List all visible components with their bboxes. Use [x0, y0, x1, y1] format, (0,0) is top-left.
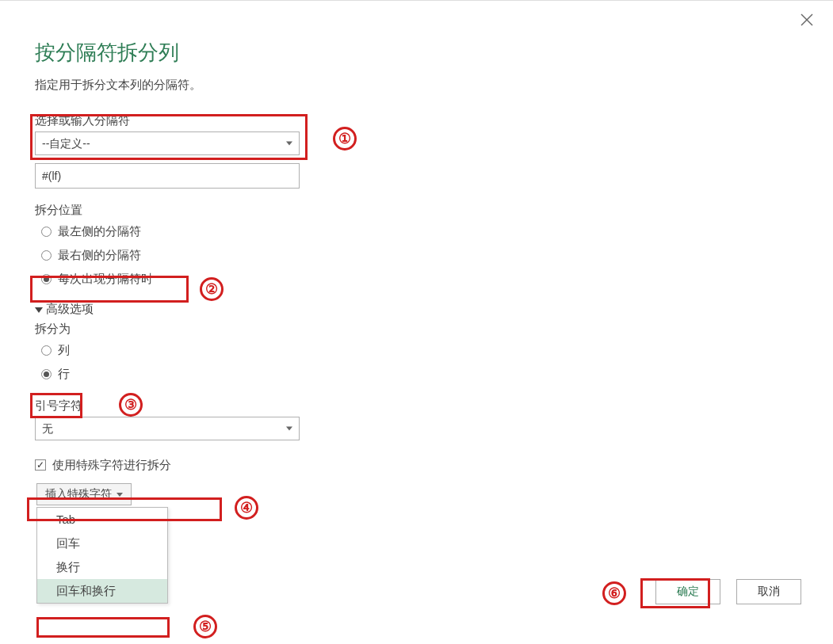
quote-select[interactable]: 无: [35, 417, 300, 440]
split-into-rows-label: 行: [58, 364, 70, 384]
quote-selected: 无: [42, 422, 53, 435]
delimiter-label: 选择或输入分隔符: [35, 113, 798, 128]
close-button[interactable]: [800, 13, 816, 29]
delimiter-custom-input[interactable]: [35, 163, 300, 189]
split-column-dialog: 按分隔符拆分列 指定用于拆分文本列的分隔符。 选择或输入分隔符 --自定义-- …: [0, 0, 833, 644]
radio-icon: [41, 274, 52, 284]
radio-icon: [41, 345, 52, 356]
split-into-label: 拆分为: [35, 322, 798, 337]
advanced-toggle-label: 高级选项: [46, 302, 94, 317]
split-at-rightmost-label: 最右侧的分隔符: [58, 245, 141, 265]
split-at-rightmost[interactable]: 最右侧的分隔符: [41, 245, 798, 265]
chevron-down-icon: [286, 427, 292, 431]
ok-button[interactable]: 确定: [655, 579, 720, 604]
advanced-toggle[interactable]: 高级选项: [35, 302, 798, 317]
radio-icon: [41, 250, 52, 261]
split-into-columns-label: 列: [58, 340, 70, 360]
radio-icon: [41, 369, 52, 379]
delimiter-group: 选择或输入分隔符 --自定义--: [35, 113, 798, 189]
dialog-footer: 确定 取消: [655, 579, 801, 604]
split-into-group: 拆分为 列 行: [35, 322, 798, 384]
chevron-down-icon: [117, 493, 123, 497]
split-at-group: 拆分位置 最左侧的分隔符 最右侧的分隔符 每次出现分隔符时: [35, 203, 798, 289]
insert-special-menu: Tab 回车 换行 回车和换行: [36, 507, 168, 604]
special-checkbox-label: 使用特殊字符进行拆分: [52, 455, 171, 475]
split-at-leftmost[interactable]: 最左侧的分隔符: [41, 221, 798, 242]
quote-group: 引号字符 无: [35, 398, 798, 440]
dialog-title: 按分隔符拆分列: [35, 39, 798, 67]
menu-item-cr[interactable]: 回车: [37, 532, 167, 555]
special-checkbox-row[interactable]: 使用特殊字符进行拆分: [35, 455, 798, 475]
menu-item-tab[interactable]: Tab: [37, 508, 167, 532]
split-into-columns[interactable]: 列: [41, 340, 798, 360]
insert-special-label: 插入特殊字符: [45, 487, 112, 501]
menu-item-lf[interactable]: 换行: [37, 555, 167, 579]
split-at-leftmost-label: 最左侧的分隔符: [58, 221, 141, 242]
split-at-each-label: 每次出现分隔符时: [58, 269, 153, 289]
quote-label: 引号字符: [35, 398, 798, 413]
close-icon: [800, 13, 814, 27]
insert-special-button[interactable]: 插入特殊字符: [36, 483, 132, 505]
checkbox-icon: [35, 459, 46, 471]
split-into-rows[interactable]: 行: [41, 364, 798, 384]
delimiter-selected: --自定义--: [42, 137, 90, 150]
dialog-subtitle: 指定用于拆分文本列的分隔符。: [35, 78, 798, 93]
chevron-down-icon: [286, 142, 292, 146]
delimiter-select[interactable]: --自定义--: [35, 131, 300, 155]
split-at-label: 拆分位置: [35, 203, 798, 218]
menu-item-crlf[interactable]: 回车和换行: [37, 579, 167, 603]
radio-icon: [41, 227, 52, 237]
triangle-down-icon: [35, 307, 43, 313]
split-at-each[interactable]: 每次出现分隔符时: [41, 269, 798, 289]
cancel-button[interactable]: 取消: [736, 579, 801, 604]
